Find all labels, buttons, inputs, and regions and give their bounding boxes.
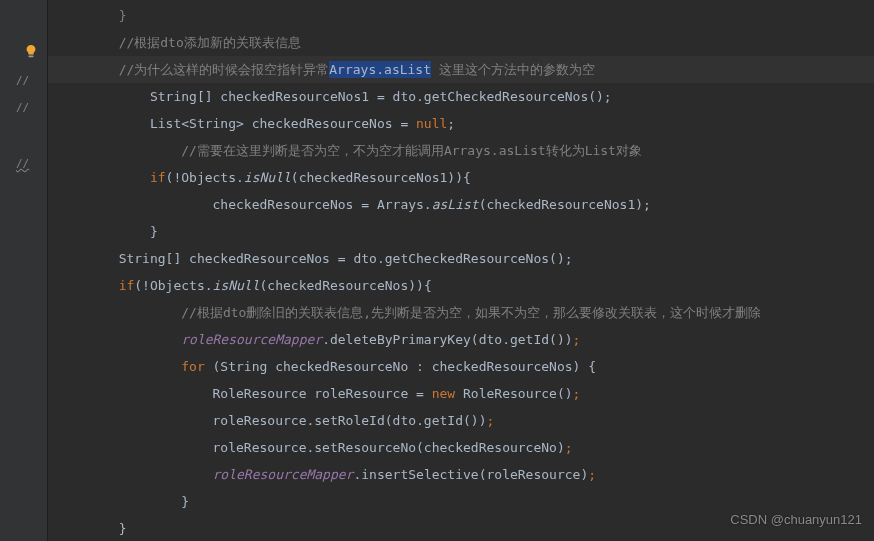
code-token: ; xyxy=(573,332,581,347)
code-token: (checkedResourceNos1)){ xyxy=(291,170,471,185)
code-token: ; xyxy=(565,440,573,455)
gutter-comment-mark: // xyxy=(16,101,29,114)
code-line[interactable]: //根据dto删除旧的关联表信息,先判断是否为空，如果不为空，那么要修改关联表，… xyxy=(48,299,874,326)
code-token: String[] checkedResourceNos1 = dto.getCh… xyxy=(150,89,612,104)
code-token: for xyxy=(181,359,212,374)
code-line[interactable]: if(!Objects.isNull(checkedResourceNos)){ xyxy=(48,272,874,299)
code-line[interactable]: } xyxy=(48,218,874,245)
code-token: checkedResourceNos = Arrays. xyxy=(213,197,432,212)
code-line[interactable]: String[] checkedResourceNos1 = dto.getCh… xyxy=(48,83,874,110)
code-token: roleResource.setResourceNo(checkedResour… xyxy=(213,440,565,455)
code-token: ; xyxy=(486,413,494,428)
code-token: .insertSelective(roleResource) xyxy=(353,467,588,482)
code-line[interactable]: //根据dto添加新的关联表信息 xyxy=(48,29,874,56)
code-token: } xyxy=(150,224,158,239)
code-editor[interactable]: } //根据dto添加新的关联表信息 //为什么这样的时候会报空指针异常Arra… xyxy=(48,0,874,541)
code-token: (String checkedResourceNo : checkedResou… xyxy=(213,359,597,374)
code-token: (!Objects. xyxy=(166,170,244,185)
code-token: null xyxy=(416,116,447,131)
editor-gutter: // // // xyxy=(0,0,48,541)
code-line[interactable]: List<String> checkedResourceNos = null; xyxy=(48,110,874,137)
code-token: } xyxy=(119,521,127,536)
comment-text: //需要在这里判断是否为空，不为空才能调用Arrays.asList转化为Lis… xyxy=(181,143,642,158)
code-token: if xyxy=(119,278,135,293)
svg-rect-0 xyxy=(28,55,33,57)
code-line[interactable]: roleResourceMapper.insertSelective(roleR… xyxy=(48,461,874,488)
comment-text: //根据dto添加新的关联表信息 xyxy=(119,35,301,50)
code-line[interactable]: roleResourceMapper.deleteByPrimaryKey(dt… xyxy=(48,326,874,353)
code-token: .deleteByPrimaryKey(dto.getId()) xyxy=(322,332,572,347)
comment-text: //根据dto删除旧的关联表信息,先判断是否为空，如果不为空，那么要修改关联表，… xyxy=(181,305,761,320)
code-token: } xyxy=(181,494,189,509)
code-token: roleResourceMapper xyxy=(181,332,322,347)
code-line[interactable]: String[] checkedResourceNos = dto.getChe… xyxy=(48,245,874,272)
code-token: (!Objects. xyxy=(134,278,212,293)
code-line[interactable]: if(!Objects.isNull(checkedResourceNos1))… xyxy=(48,164,874,191)
comment-text: 这里这个方法中的参数为空 xyxy=(431,62,595,77)
selected-text[interactable]: Arrays.asList xyxy=(329,61,431,78)
lightbulb-icon[interactable] xyxy=(24,44,38,58)
code-token: ; xyxy=(588,467,596,482)
code-token: List<String> checkedResourceNos = xyxy=(150,116,416,131)
code-line[interactable]: for (String checkedResourceNo : checkedR… xyxy=(48,353,874,380)
watermark-text: CSDN @chuanyun121 xyxy=(730,512,862,527)
code-line[interactable]: } xyxy=(48,2,874,29)
code-token: ; xyxy=(447,116,455,131)
code-line[interactable]: } xyxy=(48,488,874,515)
code-line[interactable]: roleResource.setRoleId(dto.getId()); xyxy=(48,407,874,434)
code-line[interactable]: RoleResource roleResource = new RoleReso… xyxy=(48,380,874,407)
gutter-comment-mark: // xyxy=(16,74,29,87)
gutter-comment-mark: // xyxy=(16,157,29,170)
brace: } xyxy=(119,8,127,23)
code-line[interactable]: //为什么这样的时候会报空指针异常Arrays.asList 这里这个方法中的参… xyxy=(48,56,874,83)
code-token: RoleResource() xyxy=(463,386,573,401)
code-line[interactable]: roleResource.setResourceNo(checkedResour… xyxy=(48,434,874,461)
code-token: roleResource.setRoleId(dto.getId()) xyxy=(213,413,487,428)
code-token: RoleResource roleResource = xyxy=(213,386,432,401)
comment-text: //为什么这样的时候会报空指针异常 xyxy=(119,62,330,77)
code-token: if xyxy=(150,170,166,185)
code-token: String[] checkedResourceNos = dto.getChe… xyxy=(119,251,573,266)
code-token: asList xyxy=(432,197,479,212)
code-line[interactable]: //需要在这里判断是否为空，不为空才能调用Arrays.asList转化为Lis… xyxy=(48,137,874,164)
code-token: new xyxy=(432,386,463,401)
code-token: (checkedResourceNos)){ xyxy=(260,278,432,293)
code-token: ; xyxy=(573,386,581,401)
code-token: roleResourceMapper xyxy=(213,467,354,482)
code-line[interactable]: checkedResourceNos = Arrays.asList(check… xyxy=(48,191,874,218)
code-token: (checkedResourceNos1); xyxy=(479,197,651,212)
code-token: isNull xyxy=(244,170,291,185)
code-token: isNull xyxy=(213,278,260,293)
